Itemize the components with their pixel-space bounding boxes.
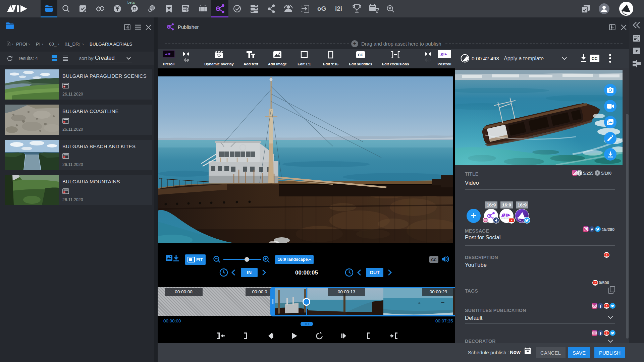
svg-text:CC: CC (358, 53, 363, 57)
svg-text:CC: CC (591, 56, 597, 61)
svg-text:CC: CC (431, 258, 437, 262)
